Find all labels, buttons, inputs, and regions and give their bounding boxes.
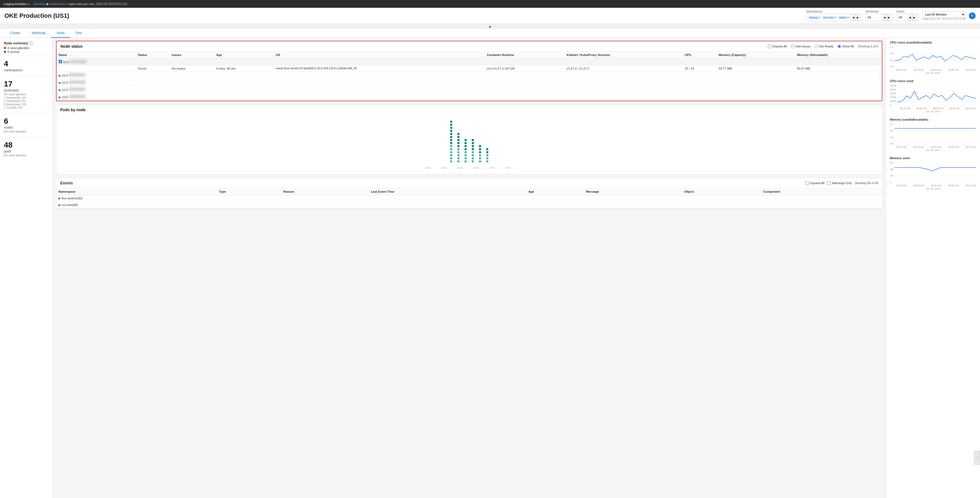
evt-col-last-event: Last Event Time: [369, 188, 526, 195]
pod-dot: [465, 139, 467, 141]
pod-dot: [450, 124, 452, 126]
memory-allocatable-chart: Memory (used/allocatable) 1.2 0.8 0.4 0.…: [890, 118, 976, 151]
tab-pod[interactable]: Pod: [70, 29, 87, 38]
cpu-cores-used-title: CPU cores used: [890, 79, 976, 83]
workloads-next[interactable]: ▶: [887, 14, 891, 21]
nodes-stat-label: nodes: [4, 126, 49, 129]
breadcrumb: Solutions ▶ Kubernetes › logan-data-gen-…: [33, 2, 127, 6]
pod-dot: [465, 157, 467, 159]
table-row-expanded: Ready No Issues 4 mins, 55 sec oracle li…: [57, 65, 882, 72]
evt-col-object: Object: [682, 188, 761, 195]
tab-workload[interactable]: Workload: [26, 29, 51, 38]
namespaces-input[interactable]: itoring × oci-onm × kube- × ◀ ▶: [806, 14, 862, 21]
pod-dot: [472, 154, 474, 156]
events-expand-all-checkbox[interactable]: [805, 181, 809, 185]
app-name[interactable]: Logging Analytics: [3, 2, 27, 6]
need-attention-row: 0 need attention: [4, 46, 49, 49]
nodes-prev[interactable]: ◀: [908, 14, 912, 21]
pods-panel-title: Pods by node: [60, 108, 86, 112]
nodes-need-attention: 0% need attention: [4, 130, 49, 133]
row5-expand-btn[interactable]: ▶: [59, 95, 61, 99]
row1-age: 4 mins, 55 sec: [214, 65, 274, 72]
chart-yaxis: 1.2 0.8 0.4 0.0: [890, 46, 894, 68]
tab-node[interactable]: Node: [51, 29, 70, 38]
workloads-need-attention: 0% need attention: [4, 93, 49, 96]
workloads-prev[interactable]: ◀: [882, 14, 887, 21]
col-name: Name: [57, 52, 135, 59]
normal-text: 6 normal: [8, 50, 19, 54]
kubernetes-link[interactable]: Kubernetes: [49, 2, 65, 6]
namespace-prev[interactable]: ◀: [851, 14, 856, 21]
chart-xaxis-4: 08:15 AM 08:30 AM 08:45 AM 09:00 AM 09:1…: [890, 184, 976, 187]
normal-row: 6 normal: [4, 50, 49, 54]
not-ready-radio[interactable]: [815, 45, 818, 48]
pod-dot: [472, 142, 474, 144]
pod-dot: [457, 148, 460, 150]
nodes-input[interactable]: All ◀ ▶: [897, 14, 919, 21]
not-ready-label[interactable]: Not Ready: [815, 45, 834, 48]
pods-dots-area: [60, 118, 878, 165]
refresh-button[interactable]: ↻: [969, 13, 975, 19]
pods-xlabel-1: 10.0....: [423, 166, 434, 169]
need-attention-text: 0 need attention: [8, 46, 29, 49]
row3-expand-btn[interactable]: ▶: [59, 81, 61, 84]
teal-dot: [4, 51, 6, 53]
solutions-link[interactable]: Solutions: [33, 2, 46, 6]
collapse-chevron[interactable]: ▲: [0, 24, 980, 29]
warnings-only-checkbox[interactable]: [827, 181, 831, 185]
pod-dot: [465, 154, 467, 156]
tab-cluster[interactable]: Cluster: [5, 29, 26, 38]
event-row2-expand[interactable]: ▶: [59, 203, 61, 207]
event-row1-expand[interactable]: ▶: [59, 197, 61, 200]
has-issues-label[interactable]: Has Issues: [791, 45, 811, 48]
pods-xlabel-2: 10.0....: [439, 166, 450, 169]
row4-expand-btn[interactable]: ▶: [59, 88, 61, 92]
pod-dot: [450, 154, 452, 156]
nodes-value: All: [899, 16, 902, 19]
app-dropdown-arrow[interactable]: ▾: [28, 2, 30, 6]
chart-area: [894, 46, 976, 68]
pod-dot: [450, 133, 452, 135]
events-header-row: Namespace Type Reason Last Event Time Ag…: [56, 188, 882, 195]
expand-all-label[interactable]: Expand All: [768, 45, 787, 48]
pod-dot: [457, 145, 460, 147]
pods-col-2: [457, 133, 460, 162]
events-panel: Events Expand All Warnings Only Showing …: [56, 178, 882, 209]
row2-expand-btn[interactable]: ▶: [59, 74, 61, 77]
divider-3: [4, 113, 49, 113]
col-os: OS: [274, 52, 484, 59]
pod-dot: [457, 157, 460, 159]
show-all-label[interactable]: Show All: [837, 45, 854, 48]
workloads-label: Workloads: [865, 10, 893, 13]
warnings-only-label[interactable]: Warnings Only: [827, 181, 852, 185]
expand-all-checkbox[interactable]: [768, 45, 772, 48]
info-icon[interactable]: i: [29, 41, 33, 45]
node-table-header-row: Name Status Issues Age OS Container Runt…: [57, 52, 882, 59]
node-table: Name Status Issues Age OS Container Runt…: [57, 52, 882, 101]
time-select[interactable]: Last 60 Minutes: [922, 11, 966, 18]
pod-dot: [450, 157, 452, 159]
side-action-panel[interactable]: ⋮⋮: [974, 451, 980, 465]
has-issues-radio[interactable]: [791, 45, 794, 48]
events-expand-all-label[interactable]: Expand All: [805, 181, 824, 185]
namespace-tag-3[interactable]: kube- ×: [838, 16, 850, 19]
pod-dot: [465, 160, 467, 162]
show-all-radio[interactable]: [837, 45, 841, 48]
namespace-tag-1[interactable]: itoring ×: [808, 16, 821, 19]
pod-dot: [472, 148, 474, 150]
pod-dot: [457, 154, 460, 156]
namespace-next[interactable]: ▶: [856, 14, 860, 21]
pods-xaxis: 10.0.... 10.0.... 10.0.... 10.0.... 10.0…: [60, 165, 878, 170]
namespace-tag-2[interactable]: oci-onm ×: [822, 16, 837, 19]
pod-dot: [479, 157, 481, 159]
row1-checkbox[interactable]: [59, 60, 62, 63]
pod-dot: [450, 130, 452, 132]
workloads-stat: 17 workloads 0% need attention 7 DaemonS…: [4, 80, 49, 109]
nodes-next[interactable]: ▶: [912, 14, 917, 21]
events-table: Namespace Type Reason Last Event Time Ag…: [56, 188, 882, 208]
center-content: Node status Expand All Has Issues Not Re…: [52, 38, 886, 498]
pod-dot: [472, 151, 474, 153]
workloads-count: 17: [4, 80, 49, 88]
chart-xaxis-3: 08:15 AM 08:30 AM 08:45 AM 09:00 AM 09:1…: [890, 146, 976, 148]
workloads-input[interactable]: All ◀ ▶: [865, 14, 893, 21]
